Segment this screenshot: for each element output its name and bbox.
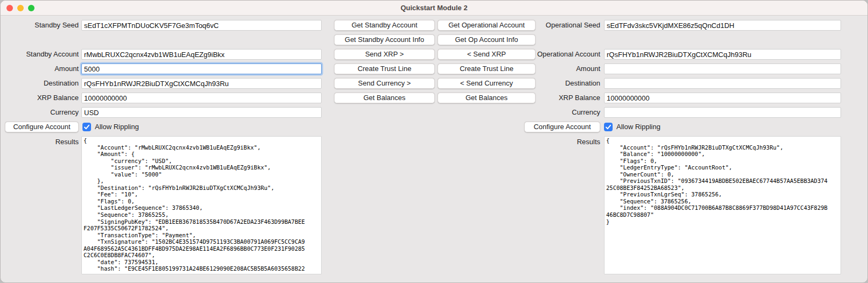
operational-currency-input[interactable] [604, 107, 841, 118]
standby-create-trust-line-button[interactable]: Create Trust Line [334, 63, 435, 74]
get-operational-account-button[interactable]: Get Operational Account [438, 20, 536, 31]
operational-amount-input[interactable] [604, 63, 841, 74]
send-currency-to-operational-button[interactable]: Send Currency > [334, 78, 435, 89]
standby-account-input[interactable] [81, 49, 322, 60]
check-icon [84, 124, 90, 130]
operational-seed-input[interactable] [604, 20, 841, 31]
standby-seed-input[interactable] [81, 20, 322, 31]
standby-xrp-balance-label: XRP Balance [5, 93, 79, 103]
get-standby-account-info-button[interactable]: Get Standby Account Info [334, 34, 435, 45]
operational-results-label: Results [522, 137, 600, 147]
check-icon [605, 124, 612, 130]
standby-results-label: Results [5, 137, 79, 147]
standby-xrp-balance-input[interactable] [81, 93, 322, 103]
op-create-trust-line-button[interactable]: Create Trust Line [438, 63, 536, 74]
standby-results-textarea[interactable]: { "Account": "rMwbLRUXC2qcnx4zvb1WB1uEAq… [81, 136, 322, 274]
titlebar: Quickstart Module 2 [1, 1, 867, 16]
standby-amount-input[interactable] [81, 63, 322, 74]
standby-amount-label: Amount [5, 63, 79, 74]
operational-destination-input[interactable] [604, 78, 841, 89]
standby-configure-account-button[interactable]: Configure Account [5, 122, 79, 132]
operational-allow-rippling-label: Allow Rippling [616, 122, 661, 132]
standby-allow-rippling-label: Allow Rippling [95, 122, 139, 132]
operational-xrp-balance-label: XRP Balance [522, 93, 600, 103]
operational-results-textarea[interactable]: { "Account": "rQsFHYb1nRWJR2BiuDTXgCtXCM… [604, 136, 841, 274]
get-op-account-info-button[interactable]: Get Op Account Info [438, 34, 536, 45]
operational-account-input[interactable] [604, 49, 841, 60]
standby-destination-label: Destination [5, 78, 79, 89]
operational-seed-label: Operational Seed [522, 20, 600, 31]
operational-account-label: Operational Account [522, 49, 600, 60]
op-get-balances-button[interactable]: Get Balances [438, 93, 536, 103]
send-xrp-to-standby-button[interactable]: < Send XRP [438, 49, 536, 60]
operational-currency-label: Currency [522, 107, 600, 118]
operational-configure-account-button[interactable]: Configure Account [524, 122, 600, 132]
window-title: Quickstart Module 2 [1, 1, 867, 16]
standby-currency-label: Currency [5, 107, 79, 118]
operational-amount-label: Amount [522, 63, 600, 74]
get-standby-account-button[interactable]: Get Standby Account [334, 20, 435, 31]
app-window: Quickstart Module 2 Standby Seed Standby… [0, 0, 868, 283]
operational-destination-label: Destination [522, 78, 600, 89]
standby-allow-rippling-checkbox[interactable] [82, 123, 91, 131]
send-xrp-to-operational-button[interactable]: Send XRP > [334, 49, 435, 60]
standby-account-label: Standby Account [5, 49, 79, 60]
standby-seed-label: Standby Seed [5, 20, 79, 31]
operational-allow-rippling-checkbox[interactable] [604, 123, 613, 131]
standby-destination-input[interactable] [81, 78, 322, 89]
operational-xrp-balance-input[interactable] [604, 93, 841, 103]
standby-currency-input[interactable] [81, 107, 322, 118]
standby-get-balances-button[interactable]: Get Balances [334, 93, 435, 103]
send-currency-to-standby-button[interactable]: < Send Currency [438, 78, 536, 89]
